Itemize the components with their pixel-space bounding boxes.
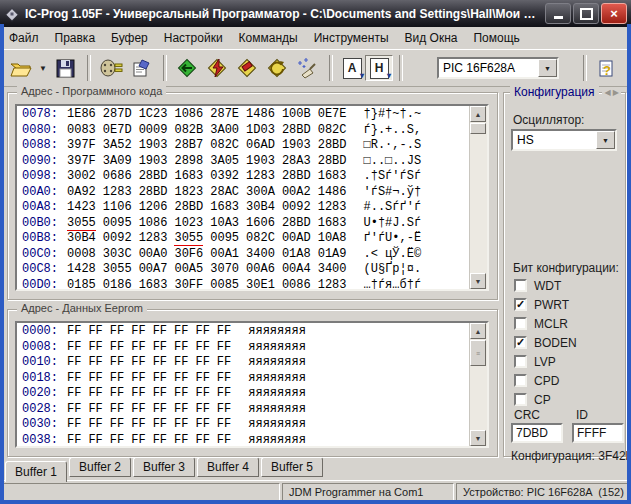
hex-word[interactable]: 28A3 — [282, 154, 311, 168]
hex-word[interactable]: 06AD — [246, 138, 275, 152]
hardware-settings-button[interactable] — [97, 54, 125, 82]
hex-word[interactable]: 3A52 — [103, 138, 132, 152]
hex-word[interactable]: FF — [110, 371, 124, 385]
hex-word[interactable]: 3A09 — [103, 154, 132, 168]
scroll-up-icon[interactable]: ▲ — [470, 106, 486, 122]
hex-word[interactable]: 1486 — [246, 107, 275, 121]
chevron-down-icon[interactable]: ▼ — [538, 59, 557, 77]
hex-word[interactable]: 28BD — [318, 138, 347, 152]
hex-word[interactable]: FF — [153, 402, 167, 416]
hex-word[interactable]: FF — [88, 417, 102, 431]
hex-word[interactable]: FF — [153, 340, 167, 354]
hex-word[interactable]: 1823 — [174, 185, 203, 199]
hex-row-0000[interactable]: 0000:FFFFFFFFFFFFFFFFяяяяяяяя — [17, 324, 470, 340]
checkbox-checked[interactable]: ✓ — [514, 336, 527, 349]
hex-row-0030[interactable]: 0030:FFFFFFFFFFFFFFFFяяяяяяяя — [17, 417, 470, 433]
hex-word[interactable]: 00A7 — [139, 262, 168, 276]
hex-word[interactable]: 00A1 — [210, 247, 239, 261]
hex-word[interactable]: 287E — [210, 107, 239, 121]
hex-word[interactable]: 1283 — [318, 200, 347, 214]
open-file-button[interactable] — [7, 54, 35, 82]
hex-row-00A8[interactable]: 00A8:14231106120628BD168330B400921283#..… — [17, 200, 470, 216]
checkbox-unchecked[interactable] — [514, 279, 527, 292]
hex-word[interactable]: 0095 — [103, 216, 132, 230]
hex-word[interactable]: FF — [88, 324, 102, 338]
config-bit-cpd[interactable]: CPD — [514, 372, 559, 389]
hex-word[interactable]: FF — [195, 340, 209, 354]
minimize-button[interactable] — [545, 3, 571, 24]
menu-item-комманды[interactable]: Комманды — [231, 28, 306, 48]
hex-word[interactable]: 1283 — [103, 185, 132, 199]
hex-word[interactable]: FF — [174, 340, 188, 354]
hex-word[interactable]: FF — [174, 371, 188, 385]
hex-word[interactable]: 3A05 — [210, 154, 239, 168]
hex-word[interactable]: 1206 — [139, 200, 168, 214]
hex-word[interactable]: FF — [131, 433, 145, 447]
hex-word[interactable]: 28BD — [282, 123, 311, 137]
hex-word[interactable]: 1283 — [246, 169, 275, 183]
hex-word[interactable]: 0008 — [67, 247, 96, 261]
hex-row-0038[interactable]: 0038:FFFFFFFFFFFFFFFFяяяяяяяя — [17, 433, 470, 449]
hex-word[interactable]: 1E86 — [67, 107, 96, 121]
hex-word[interactable]: 30F6 — [174, 247, 203, 261]
eeprom-scrollbar[interactable]: ▲ ≡ ▼ — [469, 323, 487, 446]
hex-word[interactable]: 28BD — [282, 216, 311, 230]
hex-word[interactable]: 28AC — [210, 185, 239, 199]
hex-word[interactable]: 1023 — [174, 216, 203, 230]
hex-word[interactable]: FF — [110, 355, 124, 369]
hex-word[interactable]: 1086 — [139, 216, 168, 230]
config-bit-wdt[interactable]: WDT — [514, 277, 561, 294]
hex-word[interactable]: 0095 — [210, 231, 239, 245]
hex-word[interactable]: 0185 — [67, 278, 96, 292]
config-prev-icon[interactable]: ◀ — [604, 88, 610, 97]
hex-word[interactable]: FF — [88, 433, 102, 447]
hex-word[interactable]: 3070 — [210, 262, 239, 276]
hex-word[interactable]: FF — [174, 402, 188, 416]
hex-word[interactable]: FF — [174, 417, 188, 431]
hex-word[interactable]: FF — [110, 417, 124, 431]
hex-word[interactable]: 28BD — [139, 185, 168, 199]
hex-word[interactable]: FF — [195, 371, 209, 385]
hex-word[interactable]: 10A8 — [318, 231, 347, 245]
hex-word[interactable]: FF — [217, 386, 231, 400]
hex-word[interactable]: 01A9 — [318, 247, 347, 261]
hex-word[interactable]: FF — [195, 417, 209, 431]
hex-word[interactable]: 3400 — [246, 247, 275, 261]
hex-row-0090[interactable]: 0090:397F3A09190328983A05190328A328BD□..… — [17, 154, 470, 170]
hex-row-0080[interactable]: 0080:00830E7D0009082B3A001D0328BD082Cѓ}.… — [17, 123, 470, 139]
hex-row-0020[interactable]: 0020:FFFFFFFFFFFFFFFFяяяяяяяя — [17, 386, 470, 402]
hex-word[interactable]: 00AD — [282, 231, 311, 245]
help-button[interactable]: ? — [593, 54, 621, 82]
hex-word[interactable]: 1C23 — [139, 107, 168, 121]
tab-buffer-3[interactable]: Buffer 3 — [133, 457, 195, 477]
hex-word[interactable]: FF — [153, 355, 167, 369]
hex-word[interactable]: 1903 — [139, 154, 168, 168]
config-bit-pwrt[interactable]: ✓PWRT — [514, 296, 569, 313]
hex-word[interactable]: FF — [131, 386, 145, 400]
tab-buffer-4[interactable]: Buffer 4 — [197, 457, 259, 477]
hex-word[interactable]: 1683 — [318, 216, 347, 230]
hex-word[interactable]: 0086 — [282, 278, 311, 292]
hex-word[interactable]: 01A8 — [282, 247, 311, 261]
config-bit-cp[interactable]: CP — [514, 391, 551, 408]
hex-word[interactable]: FF — [217, 371, 231, 385]
hex-word[interactable]: 0392 — [210, 169, 239, 183]
hex-word[interactable]: 1683 — [139, 278, 168, 292]
hex-word[interactable]: 1086 — [174, 107, 203, 121]
hex-row-00B8[interactable]: 00B8:30B40092128330550095082C00AD10A8ґ'ѓ… — [17, 231, 470, 247]
tab-buffer-2[interactable]: Buffer 2 — [69, 457, 131, 477]
menu-item-правка[interactable]: Правка — [47, 28, 104, 48]
hex-word[interactable]: FF — [153, 386, 167, 400]
hex-word[interactable]: 1683 — [174, 169, 203, 183]
hex-word[interactable]: 30FF — [174, 278, 203, 292]
hex-row-0018[interactable]: 0018:FFFFFFFFFFFFFFFFяяяяяяяя — [17, 371, 470, 387]
hex-word[interactable]: FF — [131, 417, 145, 431]
hex-word[interactable]: 0092 — [103, 231, 132, 245]
ascii-view-button[interactable]: A▾ — [339, 56, 365, 80]
hex-word[interactable]: 00A0 — [139, 247, 168, 261]
hex-word[interactable]: 300A — [246, 185, 275, 199]
blank-check-button[interactable] — [293, 54, 321, 82]
device-options-button[interactable] — [127, 54, 155, 82]
hex-word[interactable]: 3400 — [318, 262, 347, 276]
hex-word[interactable]: FF — [67, 340, 81, 354]
